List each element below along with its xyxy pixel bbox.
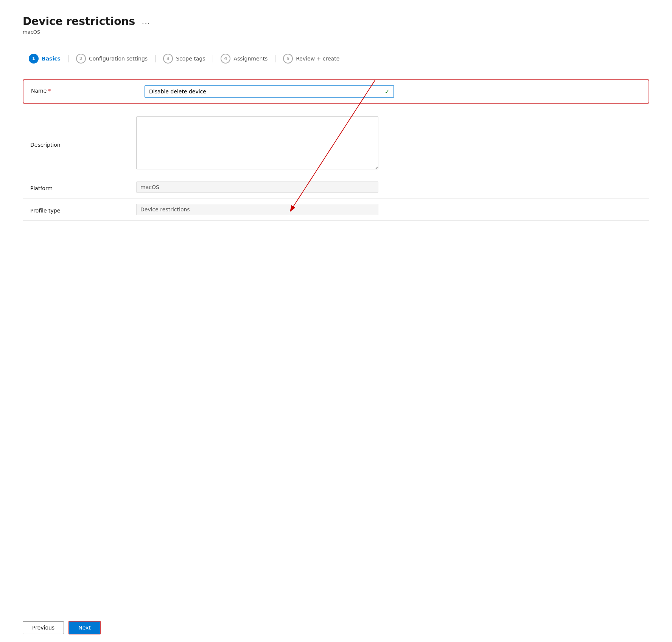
previous-button[interactable]: Previous — [23, 621, 64, 634]
step-basics-label: Basics — [42, 56, 61, 62]
description-field — [136, 116, 386, 171]
step-scope-circle: 3 — [163, 54, 173, 64]
step-configuration-label: Configuration settings — [89, 56, 148, 62]
step-configuration[interactable]: 2 Configuration settings — [70, 50, 154, 67]
step-scope-label: Scope tags — [176, 56, 205, 62]
step-review-circle: 5 — [283, 54, 293, 64]
description-textarea[interactable] — [136, 116, 378, 169]
step-separator-3 — [213, 55, 213, 62]
name-label: Name* — [31, 85, 145, 94]
platform-row: Platform — [23, 176, 649, 198]
step-assignments-circle: 4 — [221, 54, 230, 64]
step-separator-4 — [275, 55, 275, 62]
page-title: Device restrictions — [23, 15, 135, 28]
step-configuration-circle: 2 — [76, 54, 86, 64]
name-row: Name* ✓ — [23, 80, 649, 103]
step-review-label: Review + create — [296, 56, 339, 62]
profile-type-label: Profile type — [23, 205, 136, 214]
step-review[interactable]: 5 Review + create — [277, 50, 345, 67]
name-field: ✓ — [145, 85, 394, 98]
other-fields-section: Description Platform Profile type — [23, 111, 649, 221]
description-row: Description — [23, 111, 649, 176]
step-assignments[interactable]: 4 Assignments — [215, 50, 274, 67]
page-subtitle: macOS — [23, 29, 649, 35]
profile-type-input — [136, 204, 378, 215]
step-basics[interactable]: 1 Basics — [23, 50, 67, 67]
valid-check-icon: ✓ — [385, 88, 390, 95]
footer: Previous Next — [0, 613, 672, 642]
ellipsis-menu-button[interactable]: ... — [140, 16, 153, 26]
step-separator-1 — [68, 55, 68, 62]
name-input-wrapper: ✓ — [145, 85, 394, 98]
platform-label: Platform — [23, 183, 136, 191]
wizard-steps: 1 Basics 2 Configuration settings 3 Scop… — [23, 50, 649, 67]
profile-type-field — [136, 204, 386, 215]
step-separator-2 — [155, 55, 156, 62]
name-input[interactable] — [145, 86, 394, 97]
step-scope[interactable]: 3 Scope tags — [157, 50, 211, 67]
next-button[interactable]: Next — [68, 621, 101, 634]
description-label: Description — [23, 140, 136, 148]
platform-input — [136, 181, 378, 193]
step-assignments-label: Assignments — [233, 56, 268, 62]
required-indicator: * — [48, 88, 51, 94]
profile-type-row: Profile type — [23, 198, 649, 221]
content-area: Name* ✓ Description — [23, 79, 649, 221]
platform-field — [136, 181, 386, 193]
step-basics-circle: 1 — [29, 54, 39, 64]
name-form-section: Name* ✓ — [23, 79, 649, 104]
